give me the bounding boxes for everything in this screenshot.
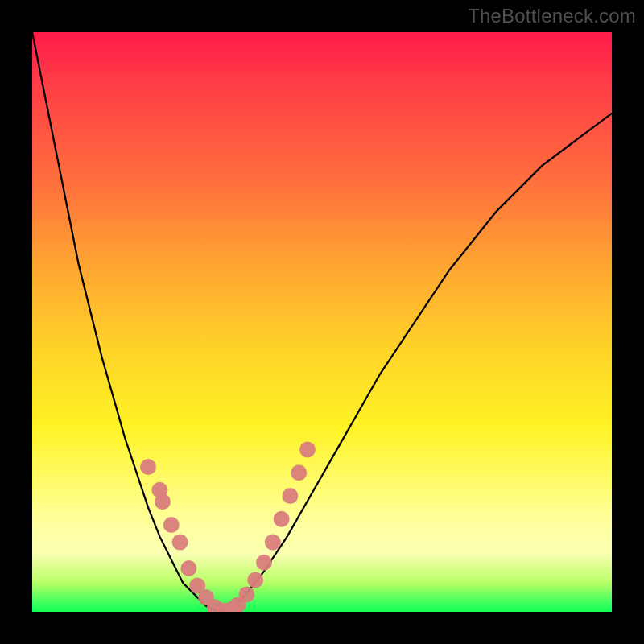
data-bead	[172, 535, 188, 551]
data-bead	[299, 441, 316, 457]
data-bead	[180, 560, 196, 576]
data-bead	[265, 535, 281, 551]
data-bead	[155, 493, 171, 510]
data-bead	[274, 511, 290, 527]
bead-group	[140, 441, 316, 612]
bottleneck-curve	[32, 32, 612, 611]
data-bead	[238, 586, 254, 602]
data-bead	[163, 517, 180, 533]
watermark-text: TheBottleneck.com	[468, 5, 636, 27]
data-bead	[247, 572, 263, 588]
plot-area	[32, 32, 612, 612]
chart-svg	[32, 32, 612, 612]
data-bead	[282, 488, 298, 504]
chart-frame: TheBottleneck.com	[0, 0, 644, 644]
data-bead	[291, 464, 307, 481]
data-bead	[256, 555, 272, 571]
data-bead	[140, 459, 156, 475]
